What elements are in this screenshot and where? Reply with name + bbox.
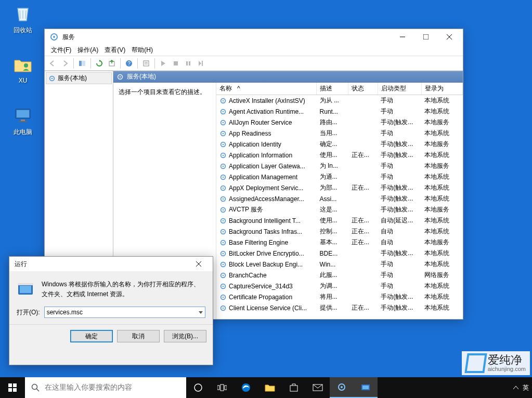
export-button[interactable] bbox=[106, 58, 118, 69]
refresh-button[interactable] bbox=[94, 58, 105, 69]
pause-service-button[interactable] bbox=[183, 58, 194, 69]
system-tray[interactable]: 英 bbox=[513, 383, 532, 392]
titlebar[interactable]: 服务 bbox=[45, 29, 463, 45]
table-row[interactable]: AppX Deployment Servic...为部...正在...手动(触发… bbox=[216, 182, 463, 193]
svg-point-26 bbox=[120, 76, 121, 77]
this-pc-icon[interactable]: 此电脑 bbox=[7, 105, 38, 137]
close-button[interactable] bbox=[437, 30, 461, 44]
service-start: 手动(触发... bbox=[378, 291, 421, 302]
services-app-icon bbox=[50, 33, 58, 41]
run-close-button[interactable] bbox=[188, 258, 210, 270]
table-row[interactable]: CaptureService_314d3为调...手动本地系统 bbox=[216, 281, 463, 291]
taskbar-services-icon[interactable] bbox=[330, 377, 354, 398]
properties-button[interactable] bbox=[140, 58, 152, 69]
column-headers[interactable]: 名称 ^ 描述 状态 启动类型 登录为 bbox=[216, 83, 463, 95]
explorer-icon[interactable] bbox=[258, 377, 282, 398]
svg-point-44 bbox=[223, 187, 224, 189]
minimize-button[interactable] bbox=[391, 30, 414, 44]
service-status bbox=[348, 117, 378, 128]
table-row[interactable]: App Readiness当用...手动本地系统 bbox=[216, 128, 463, 139]
table-row[interactable]: Application Management为通...手动本地系统 bbox=[216, 171, 463, 182]
col-desc[interactable]: 描述 bbox=[317, 83, 348, 95]
table-row[interactable]: Application Identity确定...手动(触发...本地服务 bbox=[216, 139, 463, 150]
user-folder-icon[interactable]: XU bbox=[7, 54, 38, 84]
svg-point-42 bbox=[223, 176, 224, 178]
list-header-bar: 服务(本地) bbox=[113, 71, 463, 83]
table-row[interactable]: Certificate Propagation将用...手动(触发...本地系统 bbox=[216, 291, 463, 302]
service-logon: 本地系统 bbox=[421, 95, 462, 107]
svg-rect-79 bbox=[290, 386, 297, 391]
table-row[interactable]: Background Intelligent T...使用...正在...自动(… bbox=[216, 215, 463, 226]
svg-point-40 bbox=[223, 165, 224, 167]
table-row[interactable]: AllJoyn Router Service路由...手动(触发...本地服务 bbox=[216, 117, 463, 128]
service-desc: 为部... bbox=[317, 182, 348, 193]
restart-service-button[interactable] bbox=[195, 58, 206, 69]
col-name[interactable]: 名称 bbox=[219, 85, 232, 92]
task-view-icon[interactable] bbox=[210, 377, 234, 398]
show-hide-tree-button[interactable] bbox=[76, 58, 88, 69]
stop-service-button[interactable] bbox=[170, 58, 181, 69]
service-desc: 提供... bbox=[317, 302, 348, 313]
gear-icon bbox=[219, 174, 227, 181]
store-icon[interactable] bbox=[282, 377, 306, 398]
gear-icon bbox=[219, 261, 227, 268]
svg-point-38 bbox=[223, 154, 224, 156]
browse-button[interactable]: 浏览(B)... bbox=[164, 330, 206, 342]
dropdown-icon[interactable] bbox=[199, 311, 203, 314]
table-row[interactable]: BitLocker Drive Encryptio...BDE...手动(触发.… bbox=[216, 248, 463, 259]
menu-help[interactable]: 帮助(H) bbox=[132, 46, 153, 55]
cancel-button[interactable]: 取消 bbox=[117, 330, 160, 342]
svg-rect-16 bbox=[144, 61, 149, 66]
service-logon: 本地系统 bbox=[421, 248, 462, 259]
maximize-button[interactable] bbox=[414, 30, 437, 44]
service-status bbox=[348, 106, 378, 117]
taskbar-search[interactable]: 在这里输入你要搜索的内容 bbox=[25, 377, 186, 398]
table-row[interactable]: Base Filtering Engine基本...正在...自动本地服务 bbox=[216, 237, 463, 248]
table-row[interactable]: Background Tasks Infras...控制...正在...自动本地… bbox=[216, 226, 463, 237]
table-row[interactable]: Block Level Backup Engi...Win...手动本地系统 bbox=[216, 259, 463, 270]
col-status[interactable]: 状态 bbox=[348, 83, 378, 95]
edge-icon[interactable] bbox=[234, 377, 258, 398]
svg-point-82 bbox=[341, 386, 343, 388]
forward-button[interactable] bbox=[59, 58, 71, 69]
start-button[interactable] bbox=[0, 377, 25, 398]
tree-services-local[interactable]: 服务(本地) bbox=[46, 72, 112, 84]
table-row[interactable]: Client License Service (Cli...提供...正在...… bbox=[216, 302, 463, 313]
service-desc: 使用... bbox=[317, 215, 348, 226]
service-start: 手动 bbox=[378, 259, 421, 270]
run-input[interactable]: services.msc bbox=[44, 307, 205, 318]
recycle-bin-icon[interactable]: 回收站 bbox=[7, 3, 38, 35]
mail-icon[interactable] bbox=[306, 377, 330, 398]
service-status bbox=[348, 259, 378, 270]
menubar: 文件(F) 操作(A) 查看(V) 帮助(H) bbox=[45, 45, 463, 56]
cortana-icon[interactable] bbox=[186, 377, 210, 398]
col-logon[interactable]: 登录为 bbox=[421, 83, 462, 95]
table-row[interactable]: Agent Activation Runtime...Runt...手动本地系统 bbox=[216, 106, 463, 117]
taskbar-run-icon[interactable] bbox=[354, 377, 378, 398]
table-row[interactable]: AssignedAccessManager...Assi...手动(触发...本… bbox=[216, 193, 463, 204]
ok-button[interactable]: 确定 bbox=[70, 330, 113, 342]
service-status bbox=[348, 248, 378, 259]
table-row[interactable]: BranchCache此服...手动网络服务 bbox=[216, 270, 463, 281]
services-list[interactable]: 名称 ^ 描述 状态 启动类型 登录为 ActiveX Installer (A… bbox=[216, 83, 463, 319]
tray-ime-icon[interactable]: 英 bbox=[523, 383, 529, 392]
tray-chevron-icon[interactable] bbox=[513, 386, 518, 389]
table-row[interactable]: Application Information使用...正在...手动(触发..… bbox=[216, 150, 463, 161]
gear-icon bbox=[219, 130, 227, 137]
table-row[interactable]: Application Layer Gatewa...为 In...手动本地服务 bbox=[216, 161, 463, 171]
start-service-button[interactable] bbox=[158, 58, 169, 69]
menu-view[interactable]: 查看(V) bbox=[105, 46, 125, 55]
help-button[interactable]: ? bbox=[123, 58, 135, 69]
svg-rect-4 bbox=[19, 121, 27, 122]
service-name: Background Intelligent T... bbox=[229, 217, 301, 224]
gear-icon bbox=[219, 108, 227, 115]
service-desc: 为从 ... bbox=[317, 95, 348, 107]
back-button[interactable] bbox=[47, 58, 58, 69]
service-start: 手动(触发... bbox=[378, 302, 421, 313]
table-row[interactable]: AVCTP 服务这是...手动(触发...本地服务 bbox=[216, 204, 463, 215]
menu-file[interactable]: 文件(F) bbox=[51, 46, 71, 55]
table-row[interactable]: ActiveX Installer (AxInstSV)为从 ...手动本地系统 bbox=[216, 95, 463, 107]
menu-action[interactable]: 操作(A) bbox=[77, 46, 98, 55]
col-start[interactable]: 启动类型 bbox=[378, 83, 421, 95]
run-titlebar[interactable]: 运行 bbox=[9, 257, 213, 271]
